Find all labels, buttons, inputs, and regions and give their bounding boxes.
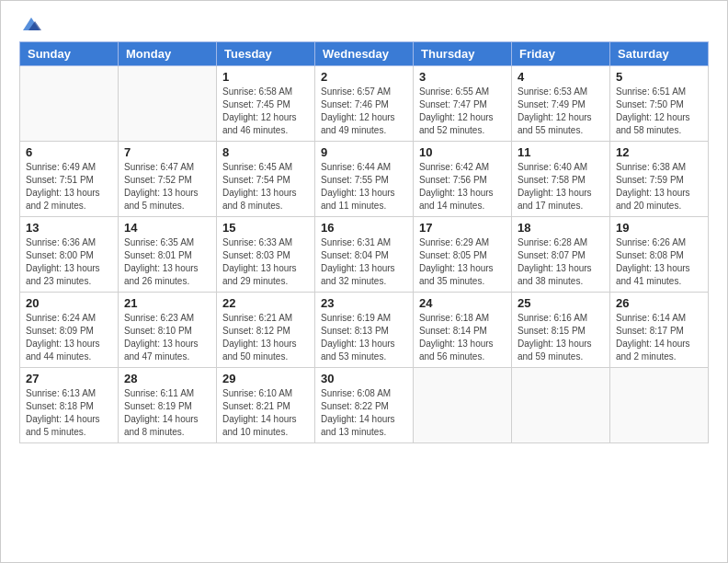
day-cell: 12Sunrise: 6:38 AM Sunset: 7:59 PM Dayli… bbox=[610, 142, 709, 217]
day-info: Sunrise: 6:24 AM Sunset: 8:09 PM Dayligh… bbox=[26, 312, 112, 363]
day-number: 6 bbox=[26, 145, 112, 159]
day-info: Sunrise: 6:53 AM Sunset: 7:49 PM Dayligh… bbox=[518, 86, 604, 137]
day-info: Sunrise: 6:51 AM Sunset: 7:50 PM Dayligh… bbox=[616, 86, 702, 137]
day-header-sunday: Sunday bbox=[20, 42, 119, 66]
day-cell: 24Sunrise: 6:18 AM Sunset: 8:14 PM Dayli… bbox=[414, 293, 512, 368]
day-info: Sunrise: 6:38 AM Sunset: 7:59 PM Dayligh… bbox=[616, 161, 702, 213]
day-cell: 27Sunrise: 6:13 AM Sunset: 8:18 PM Dayli… bbox=[20, 368, 119, 443]
day-header-thursday: Thursday bbox=[414, 42, 512, 66]
day-number: 15 bbox=[222, 221, 309, 235]
day-number: 12 bbox=[616, 145, 702, 159]
calendar-body: 1Sunrise: 6:58 AM Sunset: 7:45 PM Daylig… bbox=[20, 66, 709, 443]
calendar-table: SundayMondayTuesdayWednesdayThursdayFrid… bbox=[19, 41, 709, 443]
day-header-wednesday: Wednesday bbox=[315, 42, 414, 66]
day-info: Sunrise: 6:29 AM Sunset: 8:05 PM Dayligh… bbox=[419, 236, 506, 288]
day-cell: 6Sunrise: 6:49 AM Sunset: 7:51 PM Daylig… bbox=[20, 142, 119, 217]
day-info: Sunrise: 6:57 AM Sunset: 7:46 PM Dayligh… bbox=[321, 86, 407, 137]
header-row: SundayMondayTuesdayWednesdayThursdayFrid… bbox=[20, 42, 709, 66]
day-info: Sunrise: 6:21 AM Sunset: 8:12 PM Dayligh… bbox=[222, 312, 309, 363]
day-cell: 26Sunrise: 6:14 AM Sunset: 8:17 PM Dayli… bbox=[610, 293, 709, 368]
day-header-friday: Friday bbox=[512, 42, 610, 66]
day-number: 19 bbox=[616, 221, 702, 235]
day-number: 22 bbox=[222, 296, 309, 310]
day-info: Sunrise: 6:35 AM Sunset: 8:01 PM Dayligh… bbox=[124, 236, 210, 288]
day-header-monday: Monday bbox=[119, 42, 217, 66]
day-number: 23 bbox=[321, 296, 407, 310]
day-cell: 20Sunrise: 6:24 AM Sunset: 8:09 PM Dayli… bbox=[20, 293, 119, 368]
day-info: Sunrise: 6:55 AM Sunset: 7:47 PM Dayligh… bbox=[419, 86, 506, 137]
day-cell: 19Sunrise: 6:26 AM Sunset: 8:08 PM Dayli… bbox=[610, 217, 709, 293]
day-cell: 28Sunrise: 6:11 AM Sunset: 8:19 PM Dayli… bbox=[119, 368, 217, 443]
day-number: 30 bbox=[321, 372, 407, 385]
day-number: 7 bbox=[124, 145, 210, 159]
day-cell: 22Sunrise: 6:21 AM Sunset: 8:12 PM Dayli… bbox=[217, 293, 315, 368]
day-cell: 11Sunrise: 6:40 AM Sunset: 7:58 PM Dayli… bbox=[512, 142, 610, 217]
day-cell: 21Sunrise: 6:23 AM Sunset: 8:10 PM Dayli… bbox=[119, 293, 217, 368]
day-number: 4 bbox=[518, 70, 604, 84]
day-cell: 30Sunrise: 6:08 AM Sunset: 8:22 PM Dayli… bbox=[315, 368, 414, 443]
day-info: Sunrise: 6:49 AM Sunset: 7:51 PM Dayligh… bbox=[26, 161, 112, 213]
calendar-page: SundayMondayTuesdayWednesdayThursdayFrid… bbox=[0, 0, 728, 563]
day-cell: 8Sunrise: 6:45 AM Sunset: 7:54 PM Daylig… bbox=[217, 142, 315, 217]
day-cell: 10Sunrise: 6:42 AM Sunset: 7:56 PM Dayli… bbox=[414, 142, 512, 217]
day-info: Sunrise: 6:18 AM Sunset: 8:14 PM Dayligh… bbox=[419, 312, 506, 363]
logo-text bbox=[19, 12, 41, 34]
day-info: Sunrise: 6:26 AM Sunset: 8:08 PM Dayligh… bbox=[616, 236, 702, 288]
day-info: Sunrise: 6:31 AM Sunset: 8:04 PM Dayligh… bbox=[321, 236, 407, 288]
day-cell: 25Sunrise: 6:16 AM Sunset: 8:15 PM Dayli… bbox=[512, 293, 610, 368]
day-number: 8 bbox=[222, 145, 309, 159]
day-info: Sunrise: 6:11 AM Sunset: 8:19 PM Dayligh… bbox=[124, 387, 210, 439]
day-cell bbox=[512, 368, 610, 443]
day-cell: 16Sunrise: 6:31 AM Sunset: 8:04 PM Dayli… bbox=[315, 217, 414, 293]
day-number: 14 bbox=[124, 221, 210, 235]
day-cell bbox=[119, 66, 217, 142]
day-cell: 14Sunrise: 6:35 AM Sunset: 8:01 PM Dayli… bbox=[119, 217, 217, 293]
day-number: 17 bbox=[419, 221, 506, 235]
day-number: 1 bbox=[222, 70, 309, 84]
day-cell: 5Sunrise: 6:51 AM Sunset: 7:50 PM Daylig… bbox=[610, 66, 709, 142]
day-cell bbox=[414, 368, 512, 443]
week-row-2: 13Sunrise: 6:36 AM Sunset: 8:00 PM Dayli… bbox=[20, 217, 709, 293]
week-row-0: 1Sunrise: 6:58 AM Sunset: 7:45 PM Daylig… bbox=[20, 66, 709, 142]
day-cell: 18Sunrise: 6:28 AM Sunset: 8:07 PM Dayli… bbox=[512, 217, 610, 293]
day-info: Sunrise: 6:45 AM Sunset: 7:54 PM Dayligh… bbox=[222, 161, 309, 213]
day-cell: 17Sunrise: 6:29 AM Sunset: 8:05 PM Dayli… bbox=[414, 217, 512, 293]
day-info: Sunrise: 6:36 AM Sunset: 8:00 PM Dayligh… bbox=[26, 236, 112, 288]
day-number: 29 bbox=[222, 372, 309, 385]
day-info: Sunrise: 6:19 AM Sunset: 8:13 PM Dayligh… bbox=[321, 312, 407, 363]
day-cell: 13Sunrise: 6:36 AM Sunset: 8:00 PM Dayli… bbox=[20, 217, 119, 293]
day-number: 16 bbox=[321, 221, 407, 235]
day-info: Sunrise: 6:23 AM Sunset: 8:10 PM Dayligh… bbox=[124, 312, 210, 363]
day-cell: 9Sunrise: 6:44 AM Sunset: 7:55 PM Daylig… bbox=[315, 142, 414, 217]
day-cell: 2Sunrise: 6:57 AM Sunset: 7:46 PM Daylig… bbox=[315, 66, 414, 142]
day-number: 3 bbox=[419, 70, 506, 84]
day-number: 13 bbox=[26, 221, 112, 235]
day-number: 11 bbox=[518, 145, 604, 159]
calendar-header: SundayMondayTuesdayWednesdayThursdayFrid… bbox=[20, 42, 709, 66]
day-header-saturday: Saturday bbox=[610, 42, 709, 66]
day-info: Sunrise: 6:44 AM Sunset: 7:55 PM Dayligh… bbox=[321, 161, 407, 213]
day-number: 2 bbox=[321, 70, 407, 84]
day-number: 28 bbox=[124, 372, 210, 385]
day-cell: 7Sunrise: 6:47 AM Sunset: 7:52 PM Daylig… bbox=[119, 142, 217, 217]
day-info: Sunrise: 6:08 AM Sunset: 8:22 PM Dayligh… bbox=[321, 387, 407, 439]
day-number: 21 bbox=[124, 296, 210, 310]
day-number: 24 bbox=[419, 296, 506, 310]
week-row-3: 20Sunrise: 6:24 AM Sunset: 8:09 PM Dayli… bbox=[20, 293, 709, 368]
day-number: 18 bbox=[518, 221, 604, 235]
day-info: Sunrise: 6:10 AM Sunset: 8:21 PM Dayligh… bbox=[222, 387, 309, 439]
day-number: 27 bbox=[26, 372, 112, 385]
day-cell: 29Sunrise: 6:10 AM Sunset: 8:21 PM Dayli… bbox=[217, 368, 315, 443]
day-cell: 15Sunrise: 6:33 AM Sunset: 8:03 PM Dayli… bbox=[217, 217, 315, 293]
day-number: 10 bbox=[419, 145, 506, 159]
day-number: 25 bbox=[518, 296, 604, 310]
day-header-tuesday: Tuesday bbox=[217, 42, 315, 66]
header bbox=[1, 1, 727, 41]
day-number: 5 bbox=[616, 70, 702, 84]
day-number: 9 bbox=[321, 145, 407, 159]
day-info: Sunrise: 6:47 AM Sunset: 7:52 PM Dayligh… bbox=[124, 161, 210, 213]
day-info: Sunrise: 6:58 AM Sunset: 7:45 PM Dayligh… bbox=[222, 86, 309, 137]
day-cell bbox=[610, 368, 709, 443]
week-row-4: 27Sunrise: 6:13 AM Sunset: 8:18 PM Dayli… bbox=[20, 368, 709, 443]
day-info: Sunrise: 6:16 AM Sunset: 8:15 PM Dayligh… bbox=[518, 312, 604, 363]
